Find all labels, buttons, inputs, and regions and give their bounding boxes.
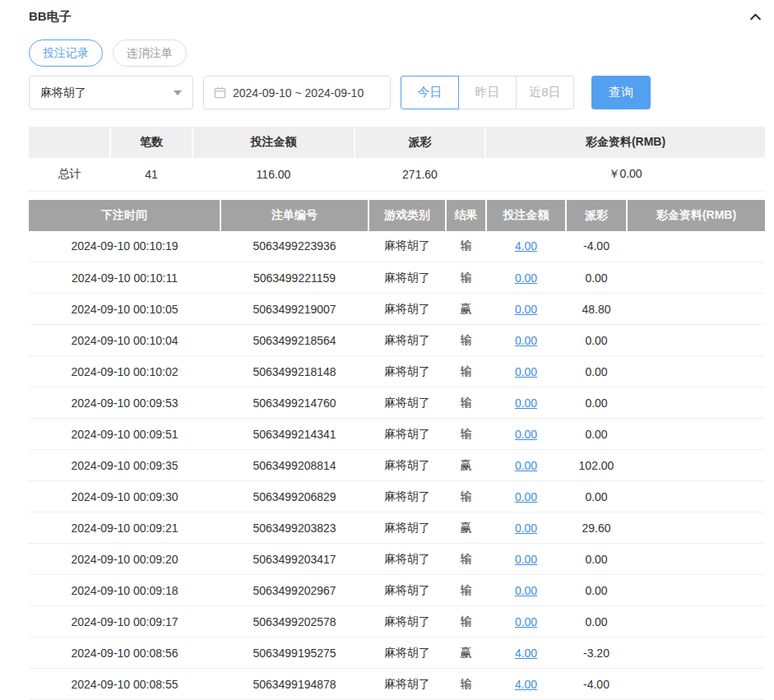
total-bonus: ￥0.00 bbox=[485, 158, 765, 191]
cell-order-id: 5063499194878 bbox=[220, 669, 368, 700]
quick-range-group: 今日 昨日 近8日 bbox=[401, 76, 574, 109]
table-row: 2024-09-10 00:09:185063499202967麻将胡了输0.0… bbox=[29, 575, 765, 606]
bet-amount-link[interactable]: 0.00 bbox=[515, 271, 537, 285]
cell-bet-time: 2024-09-10 00:10:11 bbox=[29, 262, 220, 294]
cell-bet-amount: 0.00 bbox=[486, 450, 566, 481]
bet-amount-link[interactable]: 0.00 bbox=[515, 553, 537, 566]
cell-bet-time: 2024-09-10 00:10:05 bbox=[29, 294, 220, 325]
bet-amount-link[interactable]: 0.00 bbox=[515, 334, 537, 347]
cell-bonus bbox=[627, 419, 765, 450]
cell-payout: 0.00 bbox=[566, 544, 627, 575]
bet-amount-link[interactable]: 0.00 bbox=[515, 459, 537, 472]
bet-amount-link[interactable]: 4.00 bbox=[515, 678, 537, 691]
cell-game-type: 麻将胡了 bbox=[368, 481, 446, 512]
game-select[interactable]: 麻将胡了 bbox=[29, 76, 193, 109]
bet-records-panel: BB电子 投注记录 连消注单 麻将胡了 2024-09-10 ~ 2024-09… bbox=[0, 0, 774, 700]
bet-amount-link[interactable]: 4.00 bbox=[515, 647, 537, 660]
filter-controls: 麻将胡了 2024-09-10 ~ 2024-09-10 今日 昨日 近8日 查… bbox=[29, 76, 774, 109]
date-range-value: 2024-09-10 ~ 2024-09-10 bbox=[233, 86, 364, 100]
cell-bonus bbox=[627, 231, 765, 262]
cell-order-id: 5063499219007 bbox=[220, 294, 368, 325]
tab-cancelled-orders[interactable]: 连消注单 bbox=[113, 39, 187, 67]
cell-game-type: 麻将胡了 bbox=[368, 262, 446, 294]
summary-table: 笔数 投注金额 派彩 彩金资料(RMB) 总计 41 116.00 271.60… bbox=[29, 127, 765, 192]
range-button-today[interactable]: 今日 bbox=[401, 76, 459, 109]
cell-payout: 48.80 bbox=[566, 294, 627, 325]
cell-order-id: 5063499223936 bbox=[220, 231, 368, 262]
cell-result: 赢 bbox=[446, 512, 486, 544]
cell-order-id: 5063499203823 bbox=[220, 512, 368, 544]
cell-payout: 0.00 bbox=[566, 481, 627, 512]
cell-bonus bbox=[627, 294, 765, 325]
bet-amount-link[interactable]: 0.00 bbox=[515, 303, 537, 316]
date-range-input[interactable]: 2024-09-10 ~ 2024-09-10 bbox=[203, 76, 391, 109]
summary-col-blank bbox=[29, 127, 110, 158]
cell-game-type: 麻将胡了 bbox=[368, 606, 446, 637]
cell-order-id: 5063499208814 bbox=[220, 450, 368, 481]
col-header-bet-amount: 投注金额 bbox=[486, 200, 566, 231]
panel-header: BB电子 bbox=[0, 0, 774, 26]
cell-bet-time: 2024-09-10 00:08:56 bbox=[29, 637, 220, 669]
cell-result: 输 bbox=[446, 575, 486, 606]
table-row: 2024-09-10 00:10:045063499218564麻将胡了输0.0… bbox=[29, 325, 765, 356]
cell-game-type: 麻将胡了 bbox=[368, 387, 446, 419]
cell-game-type: 麻将胡了 bbox=[368, 419, 446, 450]
cell-payout: -3.20 bbox=[566, 637, 627, 669]
summary-col-bonus: 彩金资料(RMB) bbox=[485, 127, 765, 158]
cell-bonus bbox=[627, 325, 765, 356]
cell-payout: 29.60 bbox=[566, 512, 627, 544]
bet-amount-link[interactable]: 0.00 bbox=[515, 584, 537, 597]
cell-bet-time: 2024-09-10 00:09:35 bbox=[29, 450, 220, 481]
range-button-yesterday[interactable]: 昨日 bbox=[458, 76, 517, 109]
cell-payout: 102.00 bbox=[566, 450, 627, 481]
cell-bet-amount: 0.00 bbox=[486, 512, 566, 544]
col-header-bet-time: 下注时间 bbox=[29, 200, 220, 231]
table-row: 2024-09-10 00:10:195063499223936麻将胡了输4.0… bbox=[29, 231, 765, 262]
bet-amount-link[interactable]: 0.00 bbox=[515, 365, 537, 378]
col-header-game-type: 游戏类别 bbox=[368, 200, 446, 231]
range-button-last-8-days[interactable]: 近8日 bbox=[516, 76, 574, 109]
cell-result: 输 bbox=[446, 231, 486, 262]
bet-amount-link[interactable]: 0.00 bbox=[515, 522, 537, 535]
bet-amount-link[interactable]: 0.00 bbox=[515, 615, 537, 628]
cell-result: 输 bbox=[446, 544, 486, 575]
cell-game-type: 麻将胡了 bbox=[368, 575, 446, 606]
cell-game-type: 麻将胡了 bbox=[368, 669, 446, 700]
cell-payout: 0.00 bbox=[566, 262, 627, 294]
chevron-up-icon[interactable] bbox=[749, 10, 762, 24]
cell-bonus bbox=[627, 262, 765, 294]
cell-bonus bbox=[627, 669, 765, 700]
col-header-result: 结果 bbox=[446, 200, 486, 231]
cell-order-id: 5063499206829 bbox=[220, 481, 368, 512]
bet-amount-link[interactable]: 0.00 bbox=[515, 396, 537, 410]
search-button[interactable]: 查询 bbox=[591, 76, 651, 109]
col-header-payout: 派彩 bbox=[566, 200, 627, 231]
calendar-icon bbox=[214, 86, 226, 99]
cell-bet-amount: 0.00 bbox=[486, 606, 566, 637]
table-row: 2024-09-10 00:09:215063499203823麻将胡了赢0.0… bbox=[29, 512, 765, 544]
bet-amount-link[interactable]: 0.00 bbox=[515, 428, 537, 441]
tabs-bar: 投注记录 连消注单 bbox=[29, 39, 774, 67]
total-label: 总计 bbox=[29, 158, 110, 191]
cell-order-id: 5063499218148 bbox=[220, 356, 368, 387]
panel-title: BB电子 bbox=[29, 9, 72, 25]
cell-bet-amount: 0.00 bbox=[486, 387, 566, 419]
bet-amount-link[interactable]: 4.00 bbox=[515, 239, 537, 253]
cell-result: 赢 bbox=[446, 294, 486, 325]
cell-game-type: 麻将胡了 bbox=[368, 544, 446, 575]
cell-bonus bbox=[627, 481, 765, 512]
bet-amount-link[interactable]: 0.00 bbox=[515, 490, 537, 503]
col-header-order-id: 注单编号 bbox=[220, 200, 368, 231]
cell-bet-time: 2024-09-10 00:09:18 bbox=[29, 575, 220, 606]
cell-game-type: 麻将胡了 bbox=[368, 325, 446, 356]
cell-bonus bbox=[627, 356, 765, 387]
tab-bet-records[interactable]: 投注记录 bbox=[29, 39, 103, 67]
cell-bonus bbox=[627, 575, 765, 606]
cell-payout: -4.00 bbox=[566, 669, 627, 700]
cell-bet-amount: 4.00 bbox=[486, 231, 566, 262]
cell-order-id: 5063499214341 bbox=[220, 419, 368, 450]
cell-bonus bbox=[627, 512, 765, 544]
cell-bet-amount: 0.00 bbox=[486, 481, 566, 512]
cell-bet-amount: 0.00 bbox=[486, 575, 566, 606]
cell-result: 赢 bbox=[446, 637, 486, 669]
